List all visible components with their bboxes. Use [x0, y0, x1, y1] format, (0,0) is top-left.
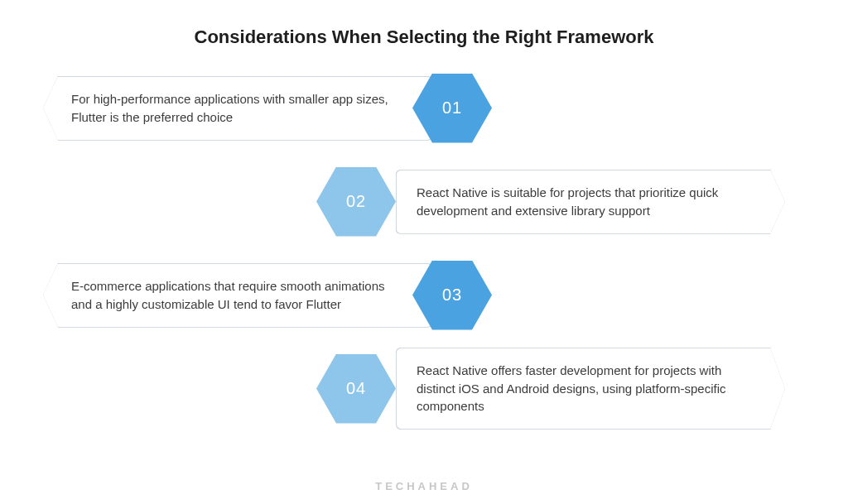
- textbox-wrap: React Native is suitable for projects th…: [396, 170, 765, 234]
- considerations-diagram: For high-performance applications with s…: [43, 65, 805, 432]
- consideration-text: For high-performance applications with s…: [43, 76, 432, 141]
- consideration-row: 04 React Native offers faster developmen…: [43, 345, 805, 432]
- consideration-text: React Native offers faster development f…: [396, 348, 785, 430]
- textbox-wrap: E-commerce applications that require smo…: [43, 263, 412, 328]
- consideration-row: 02 React Native is suitable for projects…: [43, 158, 805, 245]
- consideration-text: E-commerce applications that require smo…: [43, 263, 432, 328]
- hex-badge: 04: [316, 354, 396, 424]
- diagram-title: Considerations When Selecting the Right …: [0, 0, 848, 65]
- consideration-row: For high-performance applications with s…: [43, 65, 805, 151]
- textbox-wrap: For high-performance applications with s…: [43, 76, 412, 141]
- hex-badge: 02: [316, 167, 396, 237]
- textbox-wrap: React Native offers faster development f…: [396, 348, 765, 430]
- brand-watermark: TECHAHEAD: [0, 480, 848, 492]
- consideration-row: E-commerce applications that require smo…: [43, 252, 805, 338]
- consideration-text: React Native is suitable for projects th…: [396, 170, 785, 234]
